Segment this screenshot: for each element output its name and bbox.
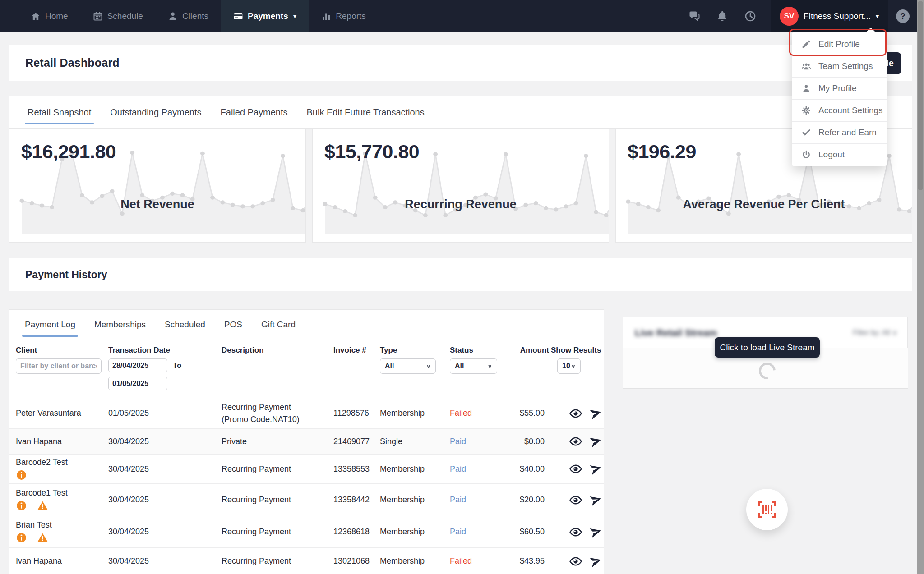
tab-outstanding-payments[interactable]: Outstanding Payments [110,96,201,128]
user-name: Fitness Support... [804,11,871,21]
nav-item-label: Reports [336,11,366,21]
menu-item-label: Logout [818,150,845,160]
tab-retail-snapshot[interactable]: Retail Snapshot [28,96,91,128]
dropdown-caret [865,28,876,33]
load-live-stream-button[interactable]: Click to load Live Stream [715,337,820,358]
nav-item-schedule[interactable]: Schedule [80,0,155,32]
dashboard-tabs: Retail SnapshotOutstanding PaymentsFaile… [9,96,912,129]
table-row[interactable]: Barcode2 Test30/04/2025Recurring Payment… [9,454,604,483]
metric-card-recurring-revenue: $15,770.80Recurring Revenue [312,129,609,243]
cell-invoice: 21469077 [333,437,380,446]
cell-actions [551,435,604,448]
live-stream-filter[interactable]: Filter by: All ∨ [853,328,897,337]
tab-pos[interactable]: POS [224,310,242,340]
menu-item-account-settings[interactable]: Account Settings [792,99,887,121]
help-icon[interactable]: ? [896,9,910,23]
team-icon [801,61,811,71]
tab-scheduled[interactable]: Scheduled [165,310,205,340]
send-icon [589,493,602,507]
metrics-row: $16,291.80Net Revenue$15,770.80Recurring… [9,129,912,243]
eye-icon [569,493,582,507]
barcode-scan-button[interactable] [746,489,788,530]
chat-icon[interactable] [688,10,701,23]
table-row[interactable]: Ivan Hapana30/04/2025Recurring Payment13… [9,547,604,574]
menu-item-label: Account Settings [818,106,883,115]
resend-receipt-button[interactable] [589,493,602,507]
main-nav: HomeScheduleClientsPayments▾Reports [18,0,378,32]
clock-icon [744,10,757,23]
view-details-button[interactable] [569,435,582,448]
tab-failed-payments[interactable]: Failed Payments [221,96,288,128]
resend-receipt-button[interactable] [589,555,602,568]
cell-actions [551,462,604,476]
top-navbar: HomeScheduleClientsPayments▾Reports SV F… [0,0,917,32]
page-title: Retail Dashboard [25,56,120,69]
nav-item-label: Home [45,11,68,21]
payment-history-title: Payment History [25,269,107,281]
cell-invoice: 13021068 [333,556,380,566]
date-from-input[interactable] [108,358,167,372]
scrollbar-thumb[interactable] [918,1,923,190]
column-header-invoice-: Invoice # [333,346,380,355]
cell-transaction-date: 30/04/2025 [108,437,222,446]
tab-memberships[interactable]: Memberships [94,310,146,340]
resend-receipt-button[interactable] [589,462,602,476]
retail-dashboard-page: HomeScheduleClientsPayments▾Reports SV F… [0,0,924,574]
table-row[interactable]: Brian Test30/04/2025Recurring Payment123… [9,516,604,547]
credit-card-icon [233,11,244,22]
column-header-transaction-date: Transaction Date [108,346,222,355]
cell-status: Paid [450,437,510,446]
resend-receipt-button[interactable] [589,525,602,539]
client-name: Peter Varasuntara [16,409,108,418]
resend-receipt-button[interactable] [589,435,602,448]
tab-gift-card[interactable]: Gift Card [261,310,296,340]
view-details-button[interactable] [569,462,582,476]
tab-payment-log[interactable]: Payment Log [25,310,75,340]
metric-label: Average Revenue Per Client [616,197,912,211]
date-to-input[interactable] [108,377,167,390]
menu-item-logout[interactable]: Logout [792,143,887,165]
home-icon [30,11,41,22]
page-scrollbar[interactable] [917,0,924,574]
type-select[interactable]: All∨ [380,358,436,374]
resend-receipt-button[interactable] [589,407,602,420]
table-column-headers: ClientTransaction DateDescriptionInvoice… [9,346,604,355]
table-row[interactable]: Peter Varasuntara01/05/2025Recurring Pay… [9,398,604,428]
menu-item-my-profile[interactable]: My Profile [792,77,887,99]
nav-item-label: Payments [248,11,288,21]
clock-icon[interactable] [744,10,757,23]
table-row[interactable]: Barcode1 Test30/04/2025Recurring Payment… [9,483,604,516]
cell-amount: $40.00 [510,464,551,474]
view-details-button[interactable] [569,493,582,507]
view-details-button[interactable] [569,407,582,420]
view-details-button[interactable] [569,555,582,568]
view-details-button[interactable] [569,525,582,539]
menu-item-edit-profile[interactable]: Edit Profile [792,33,887,55]
cell-invoice: 12368618 [333,527,380,537]
bell-icon[interactable] [716,10,729,23]
cell-type: Single [380,437,450,446]
table-row[interactable]: Ivan Hapana30/04/2025Private21469077Sing… [9,428,604,454]
menu-item-team-settings[interactable]: Team Settings [792,55,887,77]
cell-status: Paid [450,464,510,474]
chevron-down-icon: ∨ [487,363,492,369]
status-select[interactable]: All∨ [450,358,497,374]
cell-client: Brian Test [16,520,108,543]
column-header-type: Type [380,346,450,355]
profile-dropdown-menu: Edit ProfileTeam SettingsMy ProfileAccou… [792,32,887,166]
nav-item-payments[interactable]: Payments▾ [221,0,309,32]
cell-invoice: 11298576 [333,409,380,418]
cell-amount: $60.50 [510,527,551,537]
person-icon [167,11,178,22]
show-results-select[interactable]: 10∨ [557,358,581,374]
to-label: To [173,361,182,370]
page-header-card: Retail Dashboard le [9,45,912,81]
client-filter-input[interactable] [16,358,102,374]
nav-item-home[interactable]: Home [18,0,80,32]
nav-item-clients[interactable]: Clients [155,0,221,32]
menu-item-refer-and-earn[interactable]: Refer and Earn [792,121,887,143]
cell-actions [551,555,604,568]
cell-invoice: 13358553 [333,464,380,474]
tab-bulk-edit-future-transactions[interactable]: Bulk Edit Future Transactions [307,96,425,128]
nav-item-reports[interactable]: Reports [309,0,378,32]
